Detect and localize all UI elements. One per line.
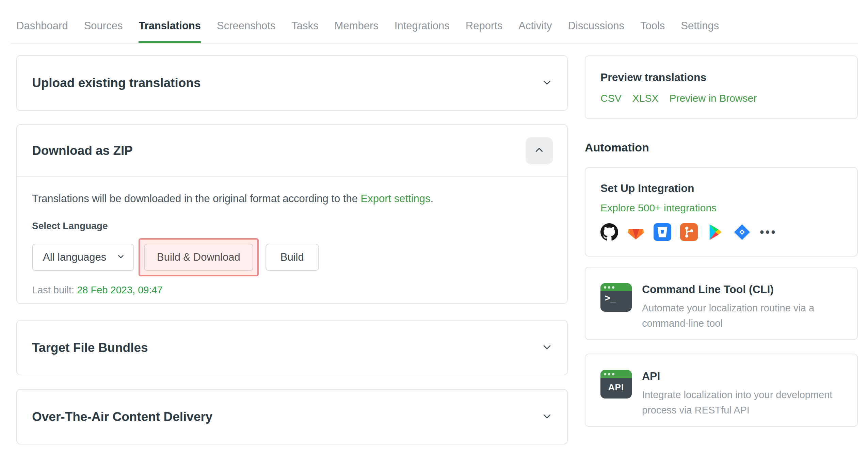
select-chevron-down-icon bbox=[116, 251, 125, 263]
download-description: Translations will be downloaded in the o… bbox=[32, 193, 552, 205]
github-icon[interactable] bbox=[600, 223, 618, 241]
build-controls-row: All languages Build & Download Build bbox=[32, 238, 552, 276]
target-file-bundles-panel[interactable]: Target File Bundles bbox=[16, 320, 568, 375]
set-up-integration-card: Set Up Integration Explore 500+ integrat… bbox=[585, 167, 858, 257]
tab-activity[interactable]: Activity bbox=[518, 20, 552, 43]
more-integrations-icon[interactable]: ••• bbox=[760, 225, 777, 239]
tab-sources[interactable]: Sources bbox=[84, 20, 123, 43]
integration-icons-row: ••• bbox=[600, 223, 842, 241]
cli-card-title: Command Line Tool (CLI) bbox=[642, 283, 839, 296]
api-card[interactable]: API API Integrate localization into your… bbox=[585, 354, 858, 427]
click-target-highlight: Build & Download bbox=[139, 238, 259, 276]
automation-heading: Automation bbox=[585, 141, 858, 154]
preview-in-browser-link[interactable]: Preview in Browser bbox=[669, 93, 757, 104]
tab-integrations[interactable]: Integrations bbox=[395, 20, 450, 43]
api-card-description: Integrate localization into your develop… bbox=[642, 387, 842, 418]
preview-links-row: CSV XLSX Preview in Browser bbox=[600, 93, 842, 104]
download-zip-body: Translations will be downloaded in the o… bbox=[17, 177, 567, 296]
download-zip-panel: Download as ZIP Translations will be dow… bbox=[16, 124, 568, 304]
tab-translations[interactable]: Translations bbox=[139, 20, 201, 43]
chevron-down-icon[interactable] bbox=[542, 342, 552, 354]
explore-integrations-link[interactable]: Explore 500+ integrations bbox=[600, 202, 717, 214]
export-settings-link[interactable]: Export settings bbox=[361, 193, 431, 205]
language-select[interactable]: All languages bbox=[32, 244, 134, 271]
api-card-title: API bbox=[642, 370, 842, 383]
tab-members[interactable]: Members bbox=[335, 20, 379, 43]
csv-link[interactable]: CSV bbox=[600, 93, 622, 104]
terminal-prompt-text: >_ bbox=[600, 291, 632, 304]
terminal-icon: >_ bbox=[600, 283, 632, 312]
last-built-label: Last built: bbox=[32, 285, 74, 295]
tab-discussions[interactable]: Discussions bbox=[568, 20, 624, 43]
gitlab-icon[interactable] bbox=[627, 223, 645, 241]
upload-translations-panel[interactable]: Upload existing translations bbox=[16, 55, 568, 111]
cli-card-description: Automate your localization routine via a… bbox=[642, 300, 839, 331]
download-description-period: . bbox=[431, 193, 434, 205]
tab-settings[interactable]: Settings bbox=[681, 20, 719, 43]
set-up-integration-title: Set Up Integration bbox=[600, 182, 842, 195]
bitbucket-icon[interactable] bbox=[654, 223, 671, 241]
jira-icon[interactable] bbox=[733, 223, 751, 241]
tab-screenshots[interactable]: Screenshots bbox=[217, 20, 275, 43]
chevron-up-icon bbox=[534, 145, 544, 156]
cli-tool-card[interactable]: >_ Command Line Tool (CLI) Automate your… bbox=[585, 267, 858, 340]
select-language-label: Select Language bbox=[32, 221, 552, 231]
terminal-titlebar bbox=[600, 283, 632, 291]
preview-translations-card: Preview translations CSV XLSX Preview in… bbox=[585, 55, 858, 119]
download-zip-title: Download as ZIP bbox=[32, 144, 133, 158]
target-file-bundles-title: Target File Bundles bbox=[32, 341, 148, 355]
chevron-down-icon[interactable] bbox=[542, 77, 552, 89]
api-icon-titlebar bbox=[600, 370, 632, 378]
preview-translations-title: Preview translations bbox=[600, 71, 842, 84]
api-icon: API bbox=[600, 370, 632, 399]
api-card-text: API Integrate localization into your dev… bbox=[642, 370, 842, 410]
google-play-icon[interactable] bbox=[707, 223, 724, 241]
collapse-panel-button[interactable] bbox=[526, 137, 553, 164]
right-sidebar: Preview translations CSV XLSX Preview in… bbox=[585, 55, 858, 427]
chevron-down-icon[interactable] bbox=[542, 411, 552, 423]
language-select-value: All languages bbox=[43, 251, 106, 263]
last-built-status: Last built: 28 Feb 2023, 09:47 bbox=[32, 285, 552, 296]
download-description-text: Translations will be downloaded in the o… bbox=[32, 193, 361, 205]
project-tabs-nav: Dashboard Sources Translations Screensho… bbox=[10, 0, 858, 44]
tab-tasks[interactable]: Tasks bbox=[291, 20, 318, 43]
xlsx-link[interactable]: XLSX bbox=[632, 93, 659, 104]
build-button[interactable]: Build bbox=[266, 244, 319, 271]
tab-reports[interactable]: Reports bbox=[466, 20, 503, 43]
download-zip-header[interactable]: Download as ZIP bbox=[17, 125, 567, 177]
tab-tools[interactable]: Tools bbox=[640, 20, 665, 43]
cli-card-text: Command Line Tool (CLI) Automate your lo… bbox=[642, 283, 839, 324]
upload-panel-title: Upload existing translations bbox=[32, 76, 200, 90]
tab-dashboard[interactable]: Dashboard bbox=[16, 20, 68, 43]
ota-content-delivery-title: Over-The-Air Content Delivery bbox=[32, 410, 212, 424]
translations-main-column: Upload existing translations Download as… bbox=[16, 55, 568, 444]
git-icon[interactable] bbox=[680, 223, 698, 241]
ota-content-delivery-panel[interactable]: Over-The-Air Content Delivery bbox=[16, 389, 568, 444]
build-and-download-button[interactable]: Build & Download bbox=[144, 244, 253, 271]
last-built-value: 28 Feb 2023, 09:47 bbox=[77, 285, 163, 295]
api-icon-text: API bbox=[600, 378, 632, 393]
